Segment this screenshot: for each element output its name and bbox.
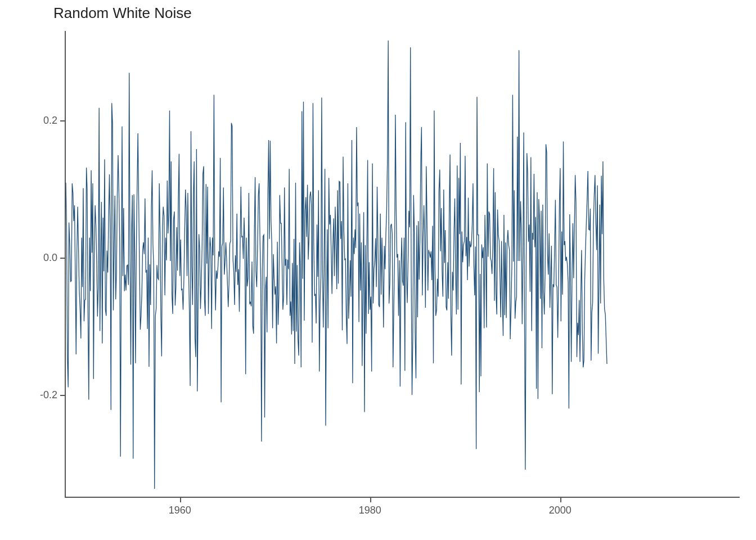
y-tick [60,258,66,259]
x-tick-label: 2000 [549,505,572,516]
noise-line [66,31,741,498]
x-tick [180,497,181,502]
white-noise-chart: Random White Noise -0.20.00.219601980200… [0,0,756,540]
y-tick-label: 0.0 [26,251,57,263]
y-tick [60,395,66,396]
x-tick [560,497,561,502]
x-tick-label: 1980 [359,505,381,516]
chart-title: Random White Noise [53,4,192,22]
y-tick-label: -0.2 [26,389,57,400]
x-tick-label: 1960 [169,505,191,516]
plot-area: -0.20.00.2196019802000 [65,31,740,498]
y-tick-label: 0.2 [26,114,57,126]
x-tick [370,497,371,502]
y-tick [60,120,66,122]
